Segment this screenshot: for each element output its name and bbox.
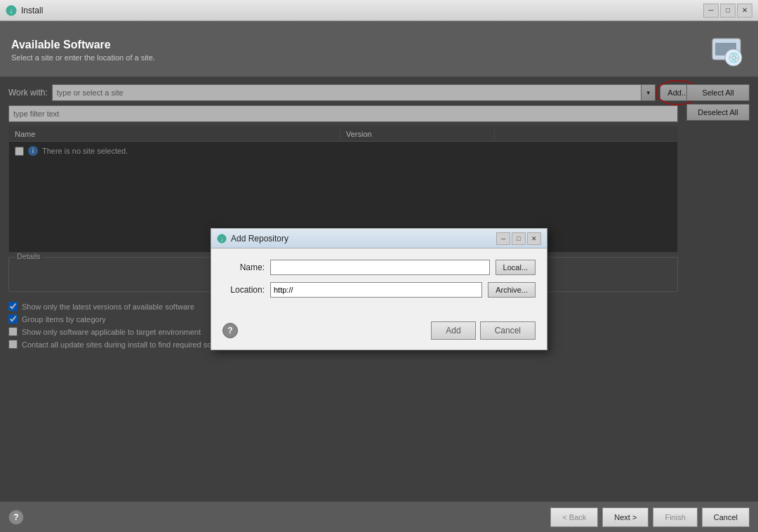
maximize-button[interactable]: □ — [720, 4, 736, 18]
local-button[interactable]: Local... — [496, 260, 536, 275]
dialog-close-button[interactable]: ✕ — [527, 232, 541, 245]
software-icon: 💿 — [707, 33, 745, 68]
header-area: Available Software Select a site or ente… — [0, 21, 758, 77]
dialog-help-button[interactable]: ? — [222, 323, 238, 338]
title-controls: ─ □ ✕ — [703, 4, 752, 18]
modal-overlay: ↓ Add Repository ─ □ ✕ Name: — [0, 77, 758, 501]
dialog-content: Name: Local... Location: Archive... — [211, 248, 547, 316]
svg-text:💿: 💿 — [727, 52, 740, 64]
add-repository-dialog: ↓ Add Repository ─ □ ✕ Name: — [211, 228, 547, 350]
dialog-title-bar: ↓ Add Repository ─ □ ✕ — [211, 229, 547, 248]
bottom-bar: ? < Back Next > Finish Cancel — [0, 501, 758, 532]
minimize-button[interactable]: ─ — [703, 4, 719, 18]
main-window: Available Software Select a site or ente… — [0, 21, 758, 532]
dialog-install-icon: ↓ — [217, 234, 227, 244]
finish-button[interactable]: Finish — [653, 507, 697, 527]
name-input[interactable] — [270, 260, 490, 275]
install-icon: ↓ — [6, 5, 17, 16]
header-text: Available Software Select a site or ente… — [11, 39, 693, 62]
dialog-title-left: ↓ Add Repository — [217, 234, 288, 244]
location-label: Location: — [222, 285, 265, 295]
svg-text:↓: ↓ — [220, 237, 223, 243]
title-bar: ↓ Install ─ □ ✕ — [0, 0, 758, 21]
dialog-minimize-button[interactable]: ─ — [496, 232, 510, 245]
name-field-row: Name: Local... — [222, 260, 536, 275]
content-area: Work with: ▼ Add... Manage... Select All… — [0, 77, 758, 501]
dialog-controls: ─ □ ✕ — [496, 232, 541, 245]
svg-text:↓: ↓ — [10, 7, 13, 15]
title-bar-left: ↓ Install — [6, 5, 43, 16]
dialog-add-button[interactable]: Add — [431, 321, 475, 340]
help-button[interactable]: ? — [8, 510, 24, 525]
location-field-row: Location: Archive... — [222, 282, 536, 298]
header-title: Available Software — [11, 39, 693, 51]
title-text: Install — [21, 6, 43, 15]
dialog-title-text: Add Repository — [231, 234, 288, 244]
back-button[interactable]: < Back — [550, 507, 598, 527]
header-icon: 💿 — [705, 31, 747, 69]
header-subtitle: Select a site or enter the location of a… — [11, 53, 693, 62]
next-button[interactable]: Next > — [602, 507, 649, 527]
bottom-right: < Back Next > Finish Cancel — [550, 507, 750, 527]
location-input[interactable] — [270, 282, 482, 298]
archive-button[interactable]: Archive... — [488, 282, 536, 298]
close-button[interactable]: ✕ — [737, 4, 752, 18]
name-label: Name: — [222, 262, 265, 272]
dialog-footer: ? Add Cancel — [211, 316, 547, 350]
dialog-cancel-button[interactable]: Cancel — [480, 321, 536, 340]
bottom-left: ? — [8, 510, 24, 525]
dialog-maximize-button[interactable]: □ — [512, 232, 526, 245]
dialog-action-buttons: Add Cancel — [431, 321, 536, 340]
cancel-button[interactable]: Cancel — [702, 507, 750, 527]
